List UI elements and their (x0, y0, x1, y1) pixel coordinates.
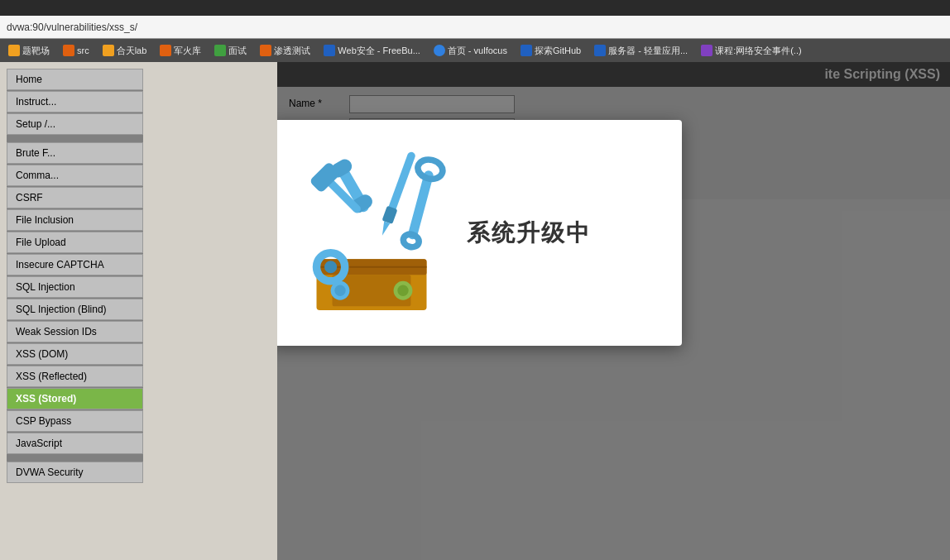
nav-sql-injection[interactable]: SQL Injection (7, 276, 143, 298)
nav-csrf[interactable]: CSRF (7, 187, 143, 208)
svg-point-20 (324, 261, 337, 273)
toolbox-icon (293, 145, 450, 321)
nav-file-inclusion[interactable]: File Inclusion (7, 209, 143, 231)
nav-xss-stored[interactable]: XSS (Stored) (7, 388, 143, 409)
tab-bar (0, 0, 950, 16)
bookmark-icon-2 (103, 45, 114, 56)
upgrade-overlay: 系统升级中 (277, 62, 950, 560)
bookmark-icon-9 (594, 45, 606, 56)
bookmark-9[interactable]: 服务器 - 轻量应用... (591, 43, 691, 59)
sidebar-nav: Home Instruct... Setup /... Brute F... C… (7, 69, 143, 483)
content-area: ite Scripting (XSS) Name * Message * Sig… (277, 62, 950, 560)
svg-point-16 (334, 285, 345, 296)
bookmark-1[interactable]: src (60, 43, 93, 58)
bookmark-7[interactable]: 首页 - vulfocus (430, 43, 511, 59)
bookmark-icon-10 (701, 45, 712, 56)
bookmark-4[interactable]: 面试 (211, 43, 250, 59)
nav-home[interactable]: Home (7, 69, 143, 90)
svg-point-9 (415, 157, 444, 182)
nav-command-injection[interactable]: Comma... (7, 165, 143, 186)
bookmark-icon-0 (8, 45, 20, 56)
nav-insecure-captcha[interactable]: Insecure CAPTCHA (7, 254, 143, 275)
nav-csp-bypass[interactable]: CSP Bypass (7, 410, 143, 432)
svg-point-10 (402, 232, 420, 249)
svg-rect-3 (387, 151, 416, 213)
sidebar: Home Instruct... Setup /... Brute F... C… (0, 62, 277, 560)
bookmark-icon-1 (63, 45, 74, 56)
bookmarks-bar: 题靶场 src 合天lab 军火库 面试 渗透测试 Web安全 - FreeBu… (0, 39, 950, 62)
upgrade-text: 系统升级中 (467, 218, 591, 249)
address-text: dvwa:90/vulnerabilities/xss_s/ (7, 22, 137, 33)
bookmark-2[interactable]: 合天lab (99, 43, 151, 59)
bookmark-icon-3 (160, 45, 171, 56)
bookmark-10[interactable]: 课程:网络安全事件(..) (698, 43, 805, 59)
nav-sql-injection-blind[interactable]: SQL Injection (Blind) (7, 299, 143, 320)
bookmark-0[interactable]: 题靶场 (5, 43, 53, 59)
bookmark-icon-6 (324, 45, 335, 56)
nav-setup[interactable]: Setup /... (7, 113, 143, 135)
bookmark-icon-5 (260, 45, 271, 56)
svg-point-18 (397, 285, 408, 296)
nav-brute-force[interactable]: Brute F... (7, 142, 143, 164)
svg-marker-5 (379, 221, 390, 237)
bookmark-icon-8 (521, 45, 532, 56)
bookmark-3[interactable]: 军火库 (156, 43, 204, 59)
main-area: Home Instruct... Setup /... Brute F... C… (0, 62, 950, 560)
nav-instructions[interactable]: Instruct... (7, 91, 143, 112)
nav-xss-reflected[interactable]: XSS (Reflected) (7, 366, 143, 387)
nav-javascript[interactable]: JavaScript (7, 433, 143, 454)
bookmark-5[interactable]: 渗透测试 (257, 43, 314, 59)
nav-dvwa-security[interactable]: DVWA Security (7, 462, 143, 483)
bookmark-8[interactable]: 探索GitHub (517, 43, 584, 59)
nav-xss-dom[interactable]: XSS (DOM) (7, 343, 143, 365)
nav-file-upload[interactable]: File Upload (7, 232, 143, 253)
bookmark-6[interactable]: Web安全 - FreeBu... (320, 43, 423, 59)
upgrade-modal: 系统升级中 (277, 120, 682, 346)
bookmark-icon-4 (214, 45, 226, 56)
nav-weak-session[interactable]: Weak Session IDs (7, 321, 143, 342)
address-bar[interactable]: dvwa:90/vulnerabilities/xss_s/ (0, 16, 950, 39)
bookmark-icon-7 (434, 45, 445, 56)
